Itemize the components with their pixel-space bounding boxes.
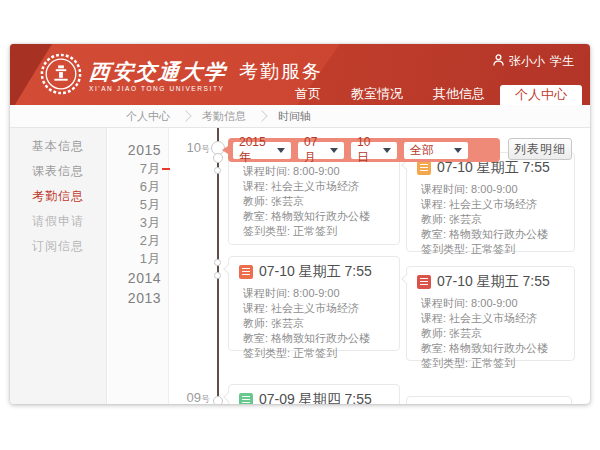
card-field: 教室: 格物致知行政办公楼	[421, 227, 566, 242]
app-header: 西安交通大学 XI'AN JIAO TONG UNIVERSITY 考勤服务 张…	[10, 44, 590, 105]
attendance-card-4: 07-09 星期四 7:55	[228, 384, 400, 404]
main-nav: 首页教室情况其他信息个人中心	[280, 85, 582, 105]
chevron-down-icon	[454, 148, 462, 153]
card-date-text: 07-09 星期四 7:55	[259, 391, 372, 404]
card-date-text: 07-10 星期五 7:55	[437, 273, 550, 291]
nav-item-2[interactable]: 其他信息	[418, 85, 500, 105]
card-date-header: 07-10 星期五 7:55	[407, 267, 574, 293]
card-field: 课程: 社会主义市场经济	[421, 197, 566, 212]
sidebar: 基本信息课表信息考勤信息请假申请订阅信息	[10, 128, 107, 404]
breadcrumb-item-0[interactable]: 个人中心	[114, 109, 182, 124]
period-2014[interactable]: 2014	[108, 268, 168, 288]
nav-item-1[interactable]: 教室情况	[336, 85, 418, 105]
card-field: 教室: 格物致知行政办公楼	[243, 331, 391, 346]
user-icon	[493, 54, 504, 69]
sidebar-item-1[interactable]: 课表信息	[10, 159, 106, 184]
day-marker-09: 09号	[166, 390, 210, 404]
card-field: 教师: 张芸京	[421, 212, 566, 227]
chevron-down-icon	[277, 148, 285, 153]
month-select[interactable]: 07月	[298, 142, 344, 159]
year-select[interactable]: 2015年	[233, 142, 291, 159]
user-role: 学生	[550, 53, 574, 70]
card-body: 课程时间: 8:00-9:00课程: 社会主义市场经济教师: 张芸京教室: 格物…	[407, 179, 574, 257]
card-field: 签到类型: 正常签到	[421, 356, 566, 371]
period-3月[interactable]: 3月	[108, 214, 168, 232]
chevron-down-icon	[330, 148, 338, 153]
card-body: 课程时间: 8:00-9:00课程: 社会主义市场经济教师: 张芸京教室: 格物…	[229, 283, 399, 361]
university-name-cn: 西安交通大学	[88, 60, 228, 84]
card-field: 教室: 格物致知行政办公楼	[421, 341, 566, 356]
period-6月[interactable]: 6月	[108, 178, 168, 196]
chevron-down-icon	[383, 148, 391, 153]
filter-bar: 2015年 07月 10日 全部	[228, 138, 500, 162]
card-field: 课程时间: 8:00-9:00	[421, 296, 566, 311]
university-name-en: XI'AN JIAO TONG UNIVERSITY	[89, 85, 227, 92]
breadcrumb-item-2[interactable]: 时间轴	[266, 109, 323, 124]
card-field: 签到类型: 正常签到	[243, 346, 391, 361]
card-field: 课程时间: 8:00-9:00	[421, 182, 566, 197]
period-2月[interactable]: 2月	[108, 232, 168, 250]
day-select[interactable]: 10日	[351, 142, 397, 159]
timeline-dot	[214, 259, 221, 266]
card-field: 教室: 格物致知行政办公楼	[243, 209, 391, 224]
card-field: 教师: 张芸京	[421, 326, 566, 341]
period-1月[interactable]: 1月	[108, 250, 168, 268]
sidebar-item-2[interactable]: 考勤信息	[10, 184, 106, 209]
status-badge-icon	[417, 161, 431, 175]
card-field: 教师: 张芸京	[243, 316, 391, 331]
card-field: 课程时间: 8:00-9:00	[243, 286, 391, 301]
card-field: 课程: 社会主义市场经济	[421, 311, 566, 326]
period-2013[interactable]: 2013	[108, 288, 168, 308]
timeline-dot	[214, 272, 221, 279]
card-field: 课程: 社会主义市场经济	[243, 179, 391, 194]
card-date-header: 07-09 星期四 7:55	[229, 385, 399, 404]
breadcrumb: 个人中心考勤信息时间轴	[10, 105, 590, 128]
sidebar-item-4[interactable]: 订阅信息	[10, 234, 106, 259]
nav-item-3[interactable]: 个人中心	[500, 85, 582, 105]
nav-item-0[interactable]: 首页	[280, 85, 336, 105]
attendance-window: 西安交通大学 XI'AN JIAO TONG UNIVERSITY 考勤服务 张…	[10, 44, 590, 404]
attendance-card-3: 07-10 星期五 7:55课程时间: 8:00-9:00课程: 社会主义市场经…	[406, 266, 575, 361]
card-field: 教师: 张芸京	[243, 194, 391, 209]
card-date-header: 07-10 星期五 7:55	[229, 257, 399, 283]
day-marker-10: 10号	[166, 140, 210, 156]
card-field: 课程: 社会主义市场经济	[243, 301, 391, 316]
period-2015[interactable]: 2015	[108, 140, 168, 160]
card-field: 签到类型: 正常签到	[421, 242, 566, 257]
list-detail-button[interactable]: 列表明细	[508, 138, 572, 160]
category-select[interactable]: 全部	[404, 142, 468, 159]
sidebar-item-3[interactable]: 请假申请	[10, 209, 106, 234]
timeline-dot	[213, 153, 223, 163]
university-emblem-icon	[40, 53, 82, 99]
attendance-card-2: 07-10 星期五 7:55课程时间: 8:00-9:00课程: 社会主义市场经…	[228, 256, 400, 351]
attendance-card-1: 07-10 星期五 7:55课程时间: 8:00-9:00课程: 社会主义市场经…	[406, 152, 575, 252]
active-period-marker	[162, 168, 170, 170]
status-badge-icon	[417, 275, 431, 289]
status-badge-icon	[239, 393, 253, 404]
status-badge-icon	[239, 265, 253, 279]
timeline-dot	[213, 396, 223, 404]
page: 西安交通大学 XI'AN JIAO TONG UNIVERSITY 考勤服务 张…	[0, 0, 600, 450]
card-field: 课程时间: 8:00-9:00	[243, 164, 391, 179]
card-body: 课程时间: 8:00-9:00课程: 社会主义市场经济教师: 张芸京教室: 格物…	[407, 293, 574, 371]
period-7月[interactable]: 7月	[108, 160, 168, 178]
card-date-text: 07-10 星期五 7:55	[259, 263, 372, 281]
timeline-dot	[214, 167, 221, 174]
period-5月[interactable]: 5月	[108, 196, 168, 214]
card-field: 签到类型: 正常签到	[243, 224, 391, 239]
attendance-card-5	[406, 396, 572, 404]
period-column: 20157月6月5月3月2月1月20142013	[108, 128, 169, 404]
sidebar-item-0[interactable]: 基本信息	[10, 134, 106, 159]
user-name: 张小小	[509, 53, 545, 70]
breadcrumb-item-1[interactable]: 考勤信息	[190, 109, 258, 124]
user-account[interactable]: 张小小 学生	[493, 53, 574, 70]
